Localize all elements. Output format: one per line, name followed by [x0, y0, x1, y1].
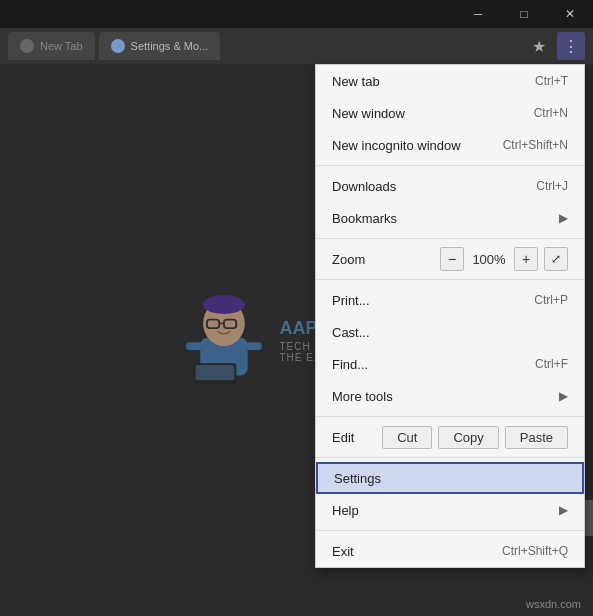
title-bar: ─ □ ✕: [0, 0, 593, 28]
bottom-watermark: wsxdn.com: [526, 598, 581, 610]
zoom-plus-button[interactable]: +: [514, 247, 538, 271]
zoom-row: Zoom − 100% + ⤢: [316, 243, 584, 275]
zoom-controls: − 100% + ⤢: [440, 247, 568, 271]
minimize-button[interactable]: ─: [455, 0, 501, 28]
mascot-icon: [183, 295, 263, 385]
menu-item-more-tools[interactable]: More tools ▶: [316, 380, 584, 412]
zoom-label: Zoom: [332, 252, 365, 267]
tab-label-2: Settings & Mo...: [131, 40, 209, 52]
tab-favicon-2: [111, 39, 125, 53]
divider-5: [316, 457, 584, 458]
zoom-minus-button[interactable]: −: [440, 247, 464, 271]
dropdown-menu: New tab Ctrl+T New window Ctrl+N New inc…: [315, 64, 585, 568]
menu-item-downloads[interactable]: Downloads Ctrl+J: [316, 170, 584, 202]
menu-item-new-window[interactable]: New window Ctrl+N: [316, 97, 584, 129]
menu-item-bookmarks[interactable]: Bookmarks ▶: [316, 202, 584, 234]
zoom-value: 100%: [470, 252, 508, 267]
menu-item-new-tab[interactable]: New tab Ctrl+T: [316, 65, 584, 97]
svg-point-2: [203, 295, 245, 314]
edit-buttons: Cut Copy Paste: [382, 426, 568, 449]
star-button[interactable]: ★: [525, 32, 553, 60]
menu-item-cast[interactable]: Cast...: [316, 316, 584, 348]
tab-label-1: New Tab: [40, 40, 83, 52]
browser-actions: ★ ⋮: [525, 32, 585, 60]
maximize-button[interactable]: □: [501, 0, 547, 28]
menu-item-new-incognito[interactable]: New incognito window Ctrl+Shift+N: [316, 129, 584, 161]
edit-row: Edit Cut Copy Paste: [316, 421, 584, 453]
menu-item-find[interactable]: Find... Ctrl+F: [316, 348, 584, 380]
divider-3: [316, 279, 584, 280]
menu-item-exit[interactable]: Exit Ctrl+Shift+Q: [316, 535, 584, 567]
browser-chrome: New Tab Settings & Mo... ★ ⋮: [0, 28, 593, 64]
copy-button[interactable]: Copy: [438, 426, 498, 449]
paste-button[interactable]: Paste: [505, 426, 568, 449]
menu-button[interactable]: ⋮: [557, 32, 585, 60]
tab-bar: New Tab Settings & Mo...: [8, 32, 525, 60]
menu-item-print[interactable]: Print... Ctrl+P: [316, 284, 584, 316]
cut-button[interactable]: Cut: [382, 426, 432, 449]
menu-item-help[interactable]: Help ▶: [316, 494, 584, 526]
svg-rect-6: [186, 342, 203, 350]
divider-2: [316, 238, 584, 239]
divider-4: [316, 416, 584, 417]
divider-6: [316, 530, 584, 531]
tab-2[interactable]: Settings & Mo...: [99, 32, 221, 60]
edit-label: Edit: [332, 430, 354, 445]
divider-1: [316, 165, 584, 166]
svg-rect-7: [244, 342, 261, 350]
tab-favicon-1: [20, 39, 34, 53]
main-content: AAPUM TECH HOW-TO'S FROM THE EXPERTS New…: [0, 64, 593, 616]
tab-1[interactable]: New Tab: [8, 32, 95, 60]
svg-rect-9: [195, 365, 234, 380]
zoom-fullscreen-button[interactable]: ⤢: [544, 247, 568, 271]
close-button[interactable]: ✕: [547, 0, 593, 28]
menu-item-settings[interactable]: Settings: [316, 462, 584, 494]
